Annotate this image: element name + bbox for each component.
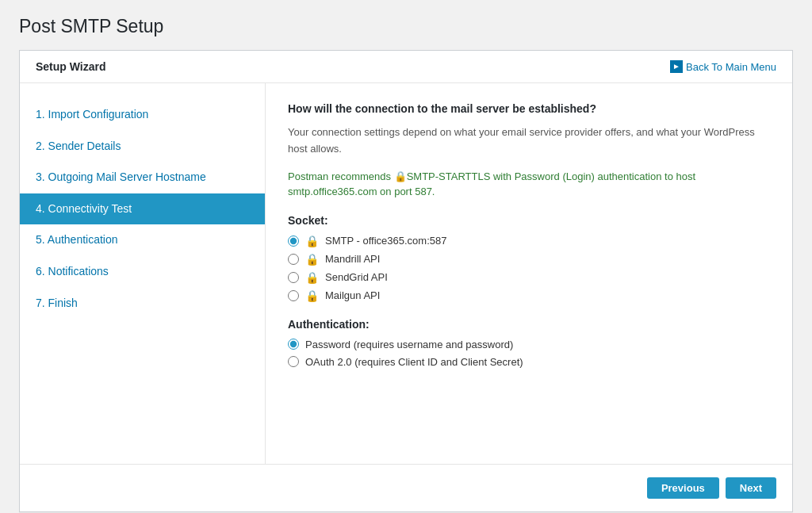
auth-option-password[interactable]: Password (requires username and password… xyxy=(288,339,770,350)
main-content: 1. Import Configuration 2. Sender Detail… xyxy=(20,83,792,464)
recommendation: Postman recommends 🔒SMTP-STARTTLS with P… xyxy=(288,169,770,200)
wizard-header-title: Setup Wizard xyxy=(36,60,106,73)
socket-label: Socket: xyxy=(288,214,770,227)
auth-label: Authentication: xyxy=(288,318,770,331)
sidebar-step-7[interactable]: 7. Finish xyxy=(20,288,265,320)
sidebar-step-6[interactable]: 6. Notifications xyxy=(20,256,265,288)
wizard-header: Setup Wizard ► Back To Main Menu xyxy=(20,51,792,83)
lock-icon-mandrill: 🔒 xyxy=(305,253,319,266)
socket-label-sendgrid: SendGrid API xyxy=(325,271,388,283)
socket-option-sendgrid[interactable]: 🔒 SendGrid API xyxy=(288,271,770,284)
socket-radio-mandrill[interactable] xyxy=(288,254,299,265)
sidebar-step-3[interactable]: 3. Outgoing Mail Server Hostname xyxy=(20,162,265,193)
lock-icon-smtp: 🔒 xyxy=(305,235,319,247)
auth-option-oauth[interactable]: OAuth 2.0 (requires Client ID and Client… xyxy=(288,356,770,368)
socket-option-mailgun[interactable]: 🔒 Mailgun API xyxy=(288,289,770,302)
auth-radio-password[interactable] xyxy=(288,339,299,350)
auth-label-oauth: OAuth 2.0 (requires Client ID and Client… xyxy=(305,356,523,368)
sidebar-step-5-link[interactable]: 5. Authentication xyxy=(36,233,118,246)
content-description: Your connection settings depend on what … xyxy=(288,124,770,158)
auth-label-password: Password (requires username and password… xyxy=(305,339,513,350)
lock-icon-mailgun: 🔒 xyxy=(305,289,319,302)
sidebar: 1. Import Configuration 2. Sender Detail… xyxy=(20,83,266,464)
back-icon: ► xyxy=(670,60,683,73)
content-question: How will the connection to the mail serv… xyxy=(288,102,770,115)
lock-icon-sendgrid: 🔒 xyxy=(305,271,319,284)
auth-radio-oauth[interactable] xyxy=(288,356,299,367)
footer-actions: Previous Next xyxy=(20,464,792,511)
previous-button[interactable]: Previous xyxy=(647,477,719,499)
back-to-menu-link[interactable]: ► Back To Main Menu xyxy=(670,60,776,73)
page-title: Post SMTP Setup xyxy=(19,16,793,37)
page-wrapper: Post SMTP Setup Setup Wizard ► Back To M… xyxy=(0,0,812,513)
sidebar-step-7-link[interactable]: 7. Finish xyxy=(36,297,78,309)
socket-option-smtp[interactable]: 🔒 SMTP - office365.com:587 xyxy=(288,235,770,247)
sidebar-step-4[interactable]: 4. Connectivity Test xyxy=(20,193,265,225)
auth-radio-group: Password (requires username and password… xyxy=(288,339,770,368)
content-area: How will the connection to the mail serv… xyxy=(266,83,792,464)
next-button[interactable]: Next xyxy=(726,477,776,499)
wizard-card: Setup Wizard ► Back To Main Menu 1. Impo… xyxy=(19,50,793,512)
socket-label-smtp: SMTP - office365.com:587 xyxy=(325,235,446,247)
socket-radio-group: 🔒 SMTP - office365.com:587 🔒 Mandrill AP… xyxy=(288,235,770,302)
sidebar-step-1[interactable]: 1. Import Configuration xyxy=(20,99,265,131)
socket-radio-mailgun[interactable] xyxy=(288,290,299,301)
socket-radio-sendgrid[interactable] xyxy=(288,272,299,283)
socket-option-mandrill[interactable]: 🔒 Mandrill API xyxy=(288,253,770,266)
socket-label-mandrill: Mandrill API xyxy=(325,253,380,265)
socket-label-mailgun: Mailgun API xyxy=(325,289,380,301)
socket-radio-smtp[interactable] xyxy=(288,235,299,247)
sidebar-step-6-link[interactable]: 6. Notifications xyxy=(36,265,109,278)
sidebar-step-5[interactable]: 5. Authentication xyxy=(20,224,265,256)
back-link-text: Back To Main Menu xyxy=(686,61,776,73)
sidebar-step-2[interactable]: 2. Sender Details xyxy=(20,131,265,163)
